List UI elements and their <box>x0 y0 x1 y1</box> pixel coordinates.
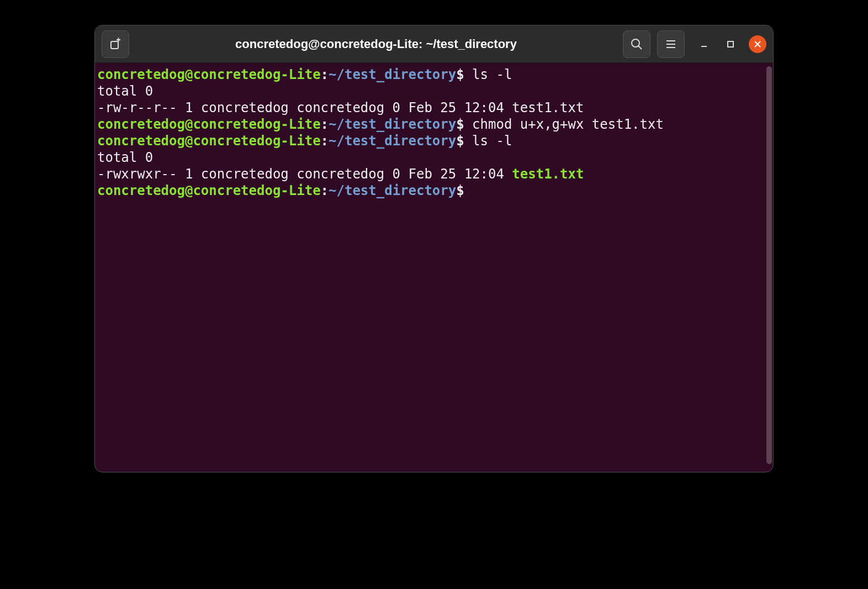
prompt-colon: : <box>321 133 329 149</box>
menu-button[interactable] <box>657 30 685 58</box>
output-line: total 0 <box>97 83 771 99</box>
command-text: ls -l <box>464 133 512 149</box>
output-line: -rwxrwxr-- 1 concretedog concretedog 0 F… <box>97 166 771 182</box>
minimize-button[interactable] <box>696 36 712 52</box>
hamburger-icon <box>664 38 678 51</box>
prompt-colon: : <box>321 117 329 132</box>
prompt-path: ~/test_directory <box>329 133 456 149</box>
terminal-line: concretedog@concretedog-Lite:~/test_dire… <box>97 182 771 199</box>
output-text: -rwxrwxr-- 1 concretedog concretedog 0 F… <box>97 166 512 182</box>
terminal-window: concretedog@concretedog-Lite: ~/test_dir… <box>94 25 774 472</box>
command-text <box>464 183 472 198</box>
window-title: concretedog@concretedog-Lite: ~/test_dir… <box>136 37 616 51</box>
output-line: -rw-r--r-- 1 concretedog concretedog 0 F… <box>97 99 771 116</box>
svg-point-3 <box>632 39 639 47</box>
maximize-icon <box>726 40 735 49</box>
prompt-user-host: concretedog@concretedog-Lite <box>97 67 321 82</box>
minimize-icon <box>700 40 708 49</box>
prompt-user-host: concretedog@concretedog-Lite <box>97 117 321 132</box>
window-controls <box>696 35 766 53</box>
scrollbar[interactable] <box>766 66 772 464</box>
close-icon <box>754 40 761 48</box>
prompt-dollar: $ <box>456 117 464 132</box>
close-button[interactable] <box>749 35 766 53</box>
prompt-user-host: concretedog@concretedog-Lite <box>97 183 321 198</box>
terminal-line: concretedog@concretedog-Lite:~/test_dire… <box>97 133 771 149</box>
prompt-dollar: $ <box>456 133 464 149</box>
svg-line-4 <box>638 46 642 49</box>
prompt-path: ~/test_directory <box>329 117 456 132</box>
prompt-path: ~/test_directory <box>329 183 456 198</box>
output-line: total 0 <box>97 149 771 166</box>
search-button[interactable] <box>623 30 650 58</box>
new-tab-icon <box>109 38 122 51</box>
svg-rect-9 <box>728 41 733 47</box>
prompt-colon: : <box>321 67 329 82</box>
prompt-dollar: $ <box>456 67 464 82</box>
prompt-user-host: concretedog@concretedog-Lite <box>97 133 321 149</box>
prompt-dollar: $ <box>456 183 464 198</box>
prompt-colon: : <box>321 183 329 198</box>
svg-rect-0 <box>111 41 118 49</box>
prompt-path: ~/test_directory <box>329 67 456 82</box>
executable-filename: test1.txt <box>512 166 584 182</box>
new-tab-button[interactable] <box>102 30 129 58</box>
command-text: chmod u+x,g+wx test1.txt <box>464 117 664 132</box>
maximize-button[interactable] <box>722 36 739 52</box>
terminal-line: concretedog@concretedog-Lite:~/test_dire… <box>97 116 771 133</box>
terminal-line: concretedog@concretedog-Lite:~/test_dire… <box>97 66 771 83</box>
search-icon <box>630 38 643 51</box>
terminal-body[interactable]: concretedog@concretedog-Lite:~/test_dire… <box>95 63 773 472</box>
titlebar: concretedog@concretedog-Lite: ~/test_dir… <box>95 25 773 63</box>
command-text: ls -l <box>464 67 512 82</box>
